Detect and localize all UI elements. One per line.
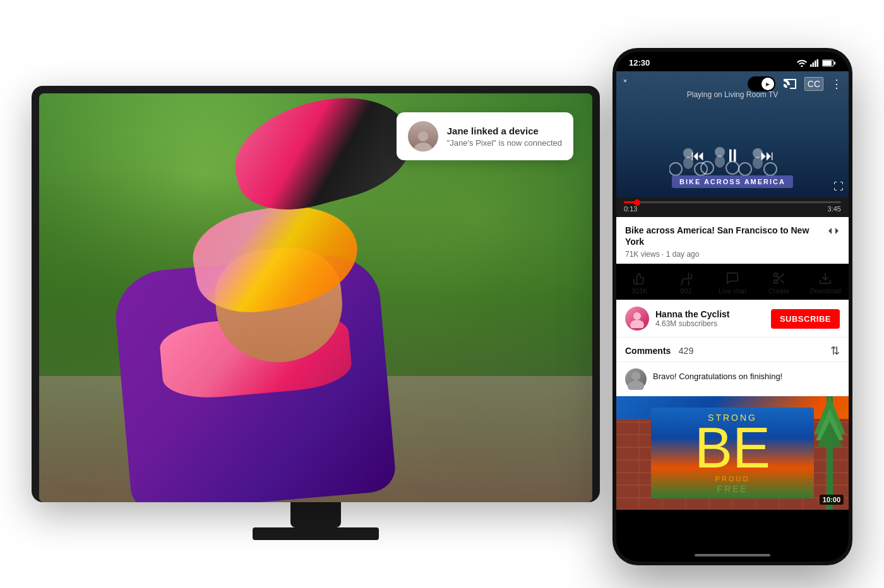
playback-toggle[interactable]: ▶ (748, 76, 775, 91)
home-indicator (695, 554, 770, 556)
miniplayer[interactable]: Playing on Living Room TV BIKE ACROSS AM… (616, 71, 849, 197)
comment-avatar (625, 368, 647, 390)
svg-point-1 (414, 143, 432, 151)
live-chat-button[interactable]: Live chat (709, 269, 756, 297)
dislike-button[interactable]: 802 (663, 269, 710, 297)
svg-point-23 (774, 280, 777, 284)
view-count: 71K views (625, 250, 660, 259)
like-button[interactable]: 301K (616, 269, 663, 297)
status-time: 12:30 (629, 58, 650, 68)
tv-base (253, 527, 379, 540)
create-label: Create (768, 287, 789, 295)
suggested-video[interactable]: STRONG BE PROUD FREE 10:0 (616, 396, 849, 510)
action-buttons: 301K 802 Live chat (616, 264, 849, 300)
tv-stand (290, 502, 341, 527)
svg-point-30 (631, 372, 640, 380)
progress-fill (624, 201, 637, 203)
tv-screen: Jane linked a device "Jane's Pixel" is n… (39, 93, 592, 502)
comments-count: 429 (679, 346, 693, 356)
next-button[interactable]: ⏭ (760, 148, 774, 164)
expand-icon[interactable] (827, 225, 840, 237)
video-title: Bike across America! San Francisco to Ne… (625, 225, 822, 247)
playback-controls: ⏮ ⏸ ⏭ (616, 145, 849, 166)
phone: 12:30 (612, 48, 852, 565)
comment-item: Bravo! Congratulations on finishing! (616, 362, 849, 396)
video-title-row: Bike across America! San Francisco to Ne… (625, 225, 840, 247)
phone-screen: 12:30 (616, 52, 849, 562)
dislike-count: 802 (680, 287, 691, 295)
svg-rect-3 (810, 64, 812, 67)
svg-point-22 (774, 273, 777, 277)
be-sign: STRONG BE PROUD FREE (651, 408, 814, 498)
video-overlay-text: BIKE ACROSS AMERICA (672, 175, 793, 188)
progress-dot (634, 199, 640, 206)
channel-info: Hanna the Cyclist 4.63M subscribers (655, 309, 771, 328)
live-chat-label: Live chat (719, 287, 746, 295)
download-icon (818, 271, 832, 285)
miniplayer-controls: ˅ ▶ (623, 76, 842, 91)
comments-label-area: Comments 429 (625, 345, 693, 356)
sort-icon[interactable]: ⇅ (830, 344, 840, 358)
svg-point-31 (628, 380, 644, 390)
tv-monitor: Jane linked a device "Jane's Pixel" is n… (32, 86, 600, 540)
svg-point-29 (630, 320, 644, 328)
channel-row: Hanna the Cyclist 4.63M subscribers SUBS… (616, 300, 849, 338)
dislike-icon (679, 271, 693, 285)
time-ago: 1 day ago (666, 250, 700, 259)
notification-text: Jane linked a device "Jane's Pixel" is n… (447, 126, 562, 148)
like-icon (633, 271, 647, 285)
fullscreen-button[interactable]: ⛶ (833, 181, 844, 192)
progress-area: 0:13 3:45 (616, 197, 849, 217)
notification-popup: Jane linked a device "Jane's Pixel" is n… (397, 112, 573, 160)
comment-text: Bravo! Congratulations on finishing! (653, 368, 782, 390)
video-meta: 71K views · 1 day ago (625, 250, 840, 259)
download-label: Download (810, 287, 841, 295)
suggested-thumbnail: STRONG BE PROUD FREE (616, 396, 849, 510)
chat-icon (726, 271, 739, 285)
previous-button[interactable]: ⏮ (691, 148, 705, 164)
status-icons (797, 59, 836, 67)
be-big-text: BE (695, 423, 770, 474)
notification-title: Jane linked a device (447, 126, 562, 136)
cc-button[interactable]: CC (804, 77, 823, 91)
cast-icon[interactable] (783, 78, 797, 90)
total-time: 3:45 (828, 205, 841, 213)
current-time: 0:13 (624, 205, 637, 213)
video-title-overlay: BIKE ACROSS AMERICA (616, 175, 849, 188)
notification-avatar (408, 121, 438, 151)
more-options-button[interactable]: ⋮ (831, 77, 842, 91)
channel-subs: 4.63M subscribers (655, 319, 771, 328)
time-display: 0:13 3:45 (624, 203, 841, 215)
status-bar: 12:30 (616, 52, 849, 71)
svg-point-2 (801, 65, 803, 67)
svg-rect-6 (817, 59, 819, 67)
svg-rect-9 (834, 61, 835, 64)
trees-icon (811, 396, 849, 510)
comments-title: Comments (625, 346, 671, 356)
proud-text: PROUD (715, 475, 750, 483)
svg-rect-8 (823, 61, 832, 66)
progress-bar[interactable] (624, 201, 841, 203)
svg-line-25 (780, 280, 784, 283)
svg-rect-4 (813, 62, 815, 67)
video-duration: 10:00 (820, 495, 844, 505)
play-icon: ▶ (766, 81, 770, 87)
toggle-knob: ▶ (762, 78, 774, 90)
svg-rect-5 (815, 61, 816, 67)
channel-name: Hanna the Cyclist (655, 309, 771, 319)
comments-section: Comments 429 ⇅ (616, 338, 849, 362)
svg-point-28 (633, 312, 641, 320)
meta-separator: · (662, 250, 666, 259)
svg-point-0 (418, 131, 428, 141)
video-info: Bike across America! San Francisco to Ne… (616, 217, 849, 264)
comments-header: Comments 429 ⇅ (625, 344, 840, 358)
download-button[interactable]: Download (802, 269, 849, 297)
free-text: FREE (717, 484, 748, 494)
tv-frame: Jane linked a device "Jane's Pixel" is n… (32, 86, 600, 502)
playing-on-text: Playing on Living Room TV (687, 90, 779, 99)
scissors-icon (772, 271, 786, 285)
chevron-down-icon[interactable]: ˅ (623, 78, 628, 90)
subscribe-button[interactable]: SUBSCRIBE (771, 309, 840, 329)
create-button[interactable]: Create (756, 269, 803, 297)
pause-button[interactable]: ⏸ (724, 145, 741, 166)
